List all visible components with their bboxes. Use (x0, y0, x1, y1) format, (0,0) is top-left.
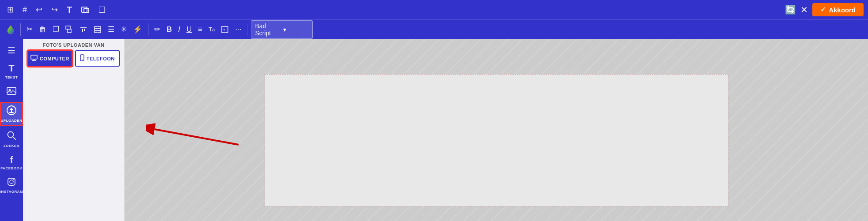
canvas-area (125, 39, 868, 221)
trash-btn[interactable]: 🗑 (37, 23, 49, 36)
main-area: ☰ T TEKST UPLOADEN ZOEKEN f FACEBOOK (0, 39, 868, 221)
zoeken-label: ZOEKEN (4, 144, 19, 148)
redo-btn[interactable]: ↪ (49, 3, 61, 16)
svg-rect-7 (95, 26, 101, 28)
grid-icon-btn[interactable]: ⊞ (4, 3, 16, 16)
upload-panel: FOTO'S UPLOADEN VAN COMPUTER TELEFOON (23, 39, 125, 221)
svg-line-26 (155, 129, 239, 145)
bold-btn[interactable]: B (164, 23, 174, 36)
telefoon-tab-label: TELEFOON (87, 56, 115, 61)
duplicate-btn[interactable]: ❐ (50, 23, 61, 36)
sidebar-item-instagram[interactable]: INSTAGRAM (0, 175, 23, 196)
sidebar-item-tekst[interactable]: T TEKST (0, 60, 23, 82)
telefoon-icon (80, 54, 84, 63)
svg-point-18 (10, 180, 13, 184)
svg-point-19 (13, 179, 14, 180)
sidebar-item-facebook[interactable]: f FACEBOOK (0, 152, 23, 173)
text-box-btn[interactable]: T (219, 24, 231, 35)
sidebar-item-zoeken[interactable]: ZOEKEN (0, 128, 23, 150)
pencil-btn[interactable]: ✏ (152, 23, 163, 36)
toolbar-divider-2 (148, 23, 148, 36)
lightning-btn[interactable]: ⚡ (131, 23, 144, 36)
sidebar-item-upload[interactable]: UPLOADEN (0, 102, 23, 126)
asterisk-btn[interactable]: ✳ (118, 23, 129, 36)
computer-icon (30, 55, 38, 62)
close-btn[interactable]: ✕ (800, 4, 808, 15)
svg-rect-3 (68, 29, 71, 33)
svg-rect-20 (31, 55, 37, 59)
search-icon (7, 131, 16, 142)
svg-rect-9 (95, 31, 101, 33)
toolbar-right: 🔄 ✕ ✓ Akkoord (785, 3, 864, 16)
font-name-label: Bad Script (255, 22, 280, 37)
svg-rect-4 (80, 27, 87, 28)
svg-text:T: T (223, 28, 225, 32)
upload-tab-computer[interactable]: COMPUTER (27, 50, 72, 67)
clipboard-btn[interactable]: ❑ (96, 3, 108, 16)
facebook-label: FACEBOOK (0, 166, 22, 170)
canvas-document (265, 74, 728, 206)
svg-line-16 (13, 137, 15, 139)
svg-point-24 (82, 60, 83, 60)
underline-btn[interactable]: U (184, 23, 194, 36)
svg-rect-2 (66, 26, 70, 29)
drop-color-btn[interactable] (4, 23, 17, 36)
scissors-btn[interactable]: ✂ (24, 23, 35, 36)
shape-tool-btn[interactable] (78, 4, 92, 16)
upload-panel-title: FOTO'S UPLOADEN VAN (23, 39, 124, 50)
svg-rect-8 (95, 29, 101, 30)
text-tool-btn[interactable]: T (64, 3, 75, 17)
instagram-label: INSTAGRAM (0, 190, 23, 194)
svg-rect-6 (84, 29, 85, 31)
text-icon: T (8, 63, 14, 74)
red-arrow-annotation (146, 123, 243, 151)
undo-btn[interactable]: ↩ (33, 3, 45, 16)
left-sidebar: ☰ T TEKST UPLOADEN ZOEKEN f FACEBOOK (0, 39, 23, 221)
upload-icon (7, 105, 16, 117)
second-toolbar: ✂ 🗑 ❐ ☰ ✳ ⚡ ✏ B I U ≡ Ta T ··· Bad Scrip… (0, 19, 868, 39)
instagram-icon (7, 177, 16, 188)
svg-rect-5 (82, 29, 83, 32)
layers-btn[interactable] (91, 24, 104, 35)
akkoord-checkmark: ✓ (820, 6, 826, 14)
uploaden-label: UPLOADEN (1, 119, 23, 123)
upload-tab-telefoon[interactable]: TELEFOON (75, 50, 120, 67)
toolbar-divider-3 (247, 23, 247, 36)
menu-icon: ☰ (8, 45, 15, 56)
tekst-label: TEKST (5, 75, 18, 79)
text-size-btn[interactable]: Ta (206, 24, 217, 34)
align-top-btn[interactable] (77, 24, 90, 35)
sidebar-item-menu[interactable]: ☰ (0, 42, 23, 58)
image-icon (7, 86, 16, 97)
top-toolbar: ⊞ # ↩ ↪ T ❑ 🔄 ✕ ✓ Akkoord (0, 0, 868, 19)
computer-tab-label: COMPUTER (40, 56, 69, 61)
italic-btn[interactable]: I (176, 23, 182, 36)
align-btn[interactable]: ☰ (106, 23, 117, 36)
hashtag-icon-btn[interactable]: # (20, 4, 30, 16)
svg-rect-12 (7, 87, 16, 94)
paint-format-btn[interactable] (63, 24, 76, 35)
akkoord-label: Akkoord (829, 6, 856, 14)
sidebar-item-image[interactable] (0, 84, 23, 100)
more-options-btn[interactable]: ··· (233, 23, 243, 36)
akkoord-btn[interactable]: ✓ Akkoord (812, 3, 864, 16)
toolbar-divider-1 (20, 23, 21, 36)
font-chevron-icon: ▾ (283, 26, 309, 33)
sync-btn[interactable]: 🔄 (785, 4, 796, 15)
font-selector[interactable]: Bad Script ▾ (251, 20, 313, 39)
facebook-icon: f (10, 155, 13, 165)
align-text-btn[interactable]: ≡ (196, 23, 205, 36)
upload-tabs: COMPUTER TELEFOON (27, 50, 120, 67)
